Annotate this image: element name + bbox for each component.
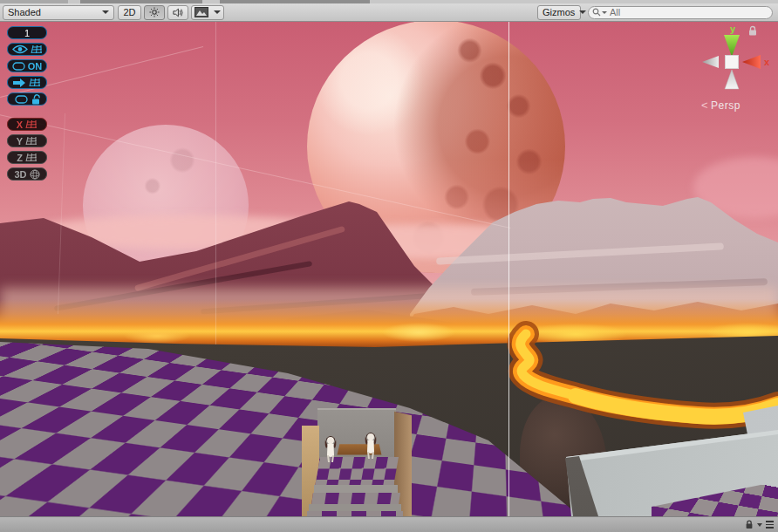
chevron-down-icon	[214, 10, 221, 14]
grid-line-vertical-faint	[215, 22, 216, 344]
grid-icon	[25, 119, 38, 129]
search-icon	[592, 8, 601, 17]
sun-icon	[149, 6, 160, 18]
gizmo-negative-y-cone[interactable]	[725, 70, 739, 89]
grid-icon	[25, 136, 38, 146]
overlay-grid-y-button[interactable]: Y	[7, 134, 47, 147]
overlay-grid-3d-button[interactable]: 3D	[7, 167, 47, 181]
toggle-icon	[15, 95, 28, 104]
gizmo-center-cube[interactable]	[726, 56, 739, 69]
camera-lock-icon[interactable]	[747, 25, 758, 37]
draw-mode-dropdown[interactable]: Shaded	[3, 5, 114, 20]
draw-mode-label: Shaded	[8, 7, 41, 17]
gizmo-y-axis-cone[interactable]	[724, 35, 740, 57]
overlay-layer-count-button[interactable]: 1	[7, 26, 47, 39]
lighting-toggle-button[interactable]	[144, 5, 165, 20]
2d-toggle-button[interactable]: 2D	[118, 5, 141, 20]
audio-icon	[173, 7, 183, 18]
gizmo-x-axis-cone[interactable]	[742, 55, 761, 69]
grid-line-vertical	[508, 22, 509, 516]
chevron-down-icon	[102, 10, 109, 14]
overlay-grid-z-button[interactable]: Z	[7, 151, 47, 164]
image-icon	[194, 7, 208, 17]
gizmo-x-axis-label[interactable]: x	[764, 57, 770, 67]
overlay-lock-button[interactable]	[7, 92, 47, 106]
overlay-on-toggle-button[interactable]: ON	[7, 59, 47, 72]
projection-arrow-icon: <	[701, 99, 708, 112]
sphere-mesh-icon	[30, 169, 40, 180]
panel-menu-icon[interactable]	[766, 521, 774, 529]
unity-scene-view-window: Shaded 2D	[0, 0, 778, 532]
toggle-icon	[12, 62, 25, 71]
overlay-move-button[interactable]	[7, 76, 47, 89]
arrow-right-icon	[13, 78, 26, 88]
projection-mode-label[interactable]: < Persp	[701, 99, 776, 112]
eye-icon	[12, 44, 28, 54]
scene-overlay-toolbar: 1 ON	[7, 26, 49, 184]
pit-floor	[311, 493, 400, 505]
grid-icon	[31, 44, 43, 54]
audio-toggle-button[interactable]	[167, 5, 188, 20]
orientation-gizmo[interactable]: y x	[693, 24, 775, 104]
overlay-visibility-button[interactable]	[7, 43, 47, 56]
character-figure	[323, 433, 338, 466]
gizmo-negative-x-cone[interactable]	[702, 56, 719, 68]
footer-dropdown-caret-icon[interactable]	[757, 523, 762, 527]
gizmo-y-axis-label[interactable]: y	[730, 24, 736, 34]
chevron-down-icon	[579, 10, 586, 14]
character-figure	[363, 429, 379, 462]
panel-footer-bar	[0, 516, 778, 532]
unlock-icon	[31, 94, 40, 105]
scene-viewport[interactable]	[0, 22, 778, 516]
spawn-pit	[302, 401, 412, 516]
overlay-grid-x-button[interactable]: X	[7, 118, 47, 131]
gizmos-dropdown[interactable]: Gizmos	[537, 5, 581, 20]
scene-toolbar: Shaded 2D	[0, 3, 778, 22]
effects-dropdown-button[interactable]	[191, 5, 224, 20]
search-input[interactable]	[610, 7, 749, 17]
pit-step	[314, 485, 398, 493]
search-filter-caret-icon[interactable]	[602, 11, 607, 14]
grid-icon	[29, 78, 41, 87]
lock-icon[interactable]	[745, 520, 754, 529]
pit-step	[309, 504, 401, 511]
grid-icon	[25, 153, 38, 162]
scene-search-field[interactable]	[588, 6, 773, 19]
